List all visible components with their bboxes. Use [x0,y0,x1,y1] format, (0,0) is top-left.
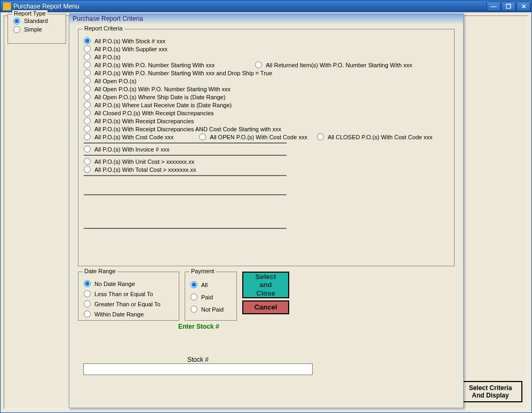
criteria-stock[interactable]: All P.O.(s) With Stock # xxx [84,37,449,45]
criteria-invoice[interactable]: All P.O.(s) With Invoice # xxx [84,145,449,153]
dialog-title: Purchase Report Criteria [69,14,463,25]
divider-5 [84,228,287,229]
divider-3 [84,175,287,176]
criteria-dialog: Purchase Report Criteria Report Criteria… [69,13,464,408]
report-type-simple-radio[interactable] [13,26,20,33]
titlebar: Purchase Report Menu — ❐ ✕ [1,1,531,12]
window-buttons: — ❐ ✕ [486,2,530,11]
select-criteria-display-button[interactable]: Select Criteria And Display [458,381,522,402]
criteria-legend: Report Criteria [83,25,124,31]
report-type-standard-radio[interactable] [13,18,20,25]
criteria-closed-discrep[interactable]: All Closed P.O.(s) With Receipt Discrepa… [84,109,449,117]
bottom-row: Date Range No Date Range Less Than or Eq… [78,272,455,321]
criteria-open-po-starting[interactable]: All Open P.O.(s) With P.O. Number Starti… [84,85,449,93]
dialog-body: Report Criteria All P.O.(s) With Stock #… [69,25,463,408]
select-and-close-button[interactable]: Select and Close [242,272,289,298]
date-gte[interactable]: Greater Than or Equal To [84,299,173,309]
report-type-simple[interactable]: Simple [13,25,60,34]
criteria-unitcost[interactable]: All P.O.(s) With Unit Cost > xxxxxxx.xx [84,157,449,165]
criteria-returned-po-starting[interactable]: All Returned Item(s) With P.O. Number St… [255,61,412,69]
criteria-lastreceive[interactable]: All P.O.(s) Where Last Receive Date is (… [84,101,449,109]
app-icon [3,2,11,11]
close-button[interactable]: ✕ [517,2,530,11]
report-type-legend: Report Type [12,10,47,17]
stock-number-input[interactable] [83,363,313,375]
stock-number-label: Stock # [83,356,313,363]
criteria-closed-costcode[interactable]: All CLOSED P.O.(s) With Cost Code xxx [317,133,433,141]
divider-1 [84,142,287,144]
maximize-button[interactable]: ❐ [502,2,515,11]
divider-4 [84,194,287,195]
payment-all[interactable]: All [190,279,231,291]
report-type-group: Report Type Standard Simple [7,14,66,44]
date-none[interactable]: No Date Range [84,279,173,289]
criteria-costcode[interactable]: All P.O.(s) With Cost Code xxx [84,133,173,141]
criteria-open-po[interactable]: All Open P.O.(s) [84,77,449,85]
dialog-actions: Select and Close Cancel [242,272,289,314]
main-window: Purchase Report Menu — ❐ ✕ Report Type S… [0,0,532,413]
criteria-discrep-costcode[interactable]: All P.O.(s) With Receipt Discrepancies A… [84,125,449,133]
date-range-group: Date Range No Date Range Less Than or Eq… [78,272,179,321]
criteria-totalcost[interactable]: All P.O.(s) With Total Cost > xxxxxxx.xx [84,165,449,173]
report-criteria-group: Report Criteria All P.O.(s) With Stock #… [78,29,455,266]
date-range-legend: Date Range [83,268,117,274]
criteria-po-starting-dropship[interactable]: All P.O.(s) With P.O. Number Starting Wi… [84,69,449,77]
divider-2 [84,155,287,156]
date-lte[interactable]: Less Than or Equal To [84,289,173,299]
criteria-all-po[interactable]: All P.O.(s) [84,53,449,61]
date-within[interactable]: Within Date Range [84,309,173,319]
enter-stock-label: Enter Stock # [178,323,455,330]
criteria-po-starting[interactable]: All P.O.(s) With P.O. Number Starting Wi… [84,61,215,69]
payment-notpaid[interactable]: Not Paid [190,303,231,315]
minimize-button[interactable]: — [487,2,501,11]
window-title: Purchase Report Menu [13,3,486,10]
payment-paid[interactable]: Paid [190,291,231,303]
payment-group: Payment All Paid Not Paid [185,272,237,321]
payment-legend: Payment [189,268,216,274]
criteria-discrep[interactable]: All P.O.(s) With Receipt Discrepancies [84,117,449,125]
criteria-supplier[interactable]: All P.O.(s) With Supplier xxx [84,45,449,53]
criteria-open-costcode[interactable]: All OPEN P.O.(s) With Cost Code xxx [199,133,307,141]
criteria-open-shipdate[interactable]: All Open P.O.(s) Where Ship Date is (Dat… [84,93,449,101]
cancel-button[interactable]: Cancel [242,300,289,314]
report-type-standard[interactable]: Standard [13,17,60,25]
